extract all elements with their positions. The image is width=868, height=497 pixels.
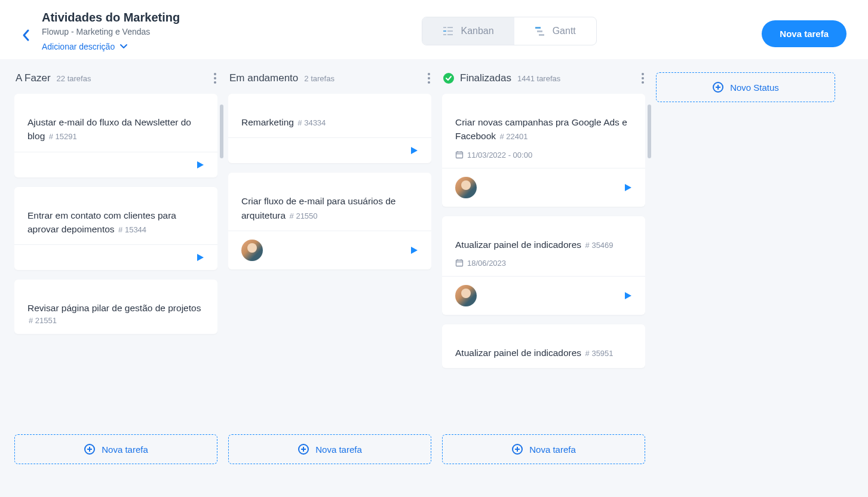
svg-rect-6 [535,27,541,29]
task-card[interactable]: Revisar página pilar de gestão de projet… [14,280,217,334]
svg-point-10 [214,77,216,79]
plus-circle-icon [297,443,309,455]
tab-gantt-label: Gantt [553,26,576,36]
column-menu-button[interactable] [428,73,430,84]
breadcrumb: Flowup - Marketing e Vendas [42,27,257,36]
new-task-button[interactable]: Nova tarefa [762,20,846,47]
svg-rect-7 [537,30,542,32]
svg-point-25 [443,73,454,84]
svg-marker-12 [197,161,204,168]
play-icon [196,161,204,169]
task-date: 18/06/2023 [467,259,506,268]
page-title: Atividades do Marketing [42,11,257,24]
task-card[interactable]: Atualizar painel de indicadores # 35469 … [442,216,645,315]
task-card[interactable]: Atualizar painel de indicadores # 35951 [442,324,645,368]
plus-circle-icon [712,81,724,93]
play-button[interactable] [410,146,418,155]
page-header: Atividades do Marketing Flowup - Marketi… [0,0,868,59]
play-button[interactable] [624,183,632,192]
svg-rect-3 [447,27,453,28]
svg-rect-8 [539,34,544,36]
gantt-icon [535,26,545,36]
task-id: # 15291 [49,132,77,141]
task-title: Atualizar painel de indicadores [455,348,581,358]
play-button[interactable] [410,246,418,254]
svg-point-27 [642,77,644,79]
column-a-fazer: A Fazer 22 tarefas Ajustar e-mail do flu… [14,72,217,464]
task-id: # 35469 [585,241,614,250]
svg-marker-33 [625,184,631,191]
tab-kanban-label: Kanban [461,26,493,36]
play-icon [624,183,632,192]
column-menu-button[interactable] [214,73,216,84]
column-finalizadas: Finalizadas 1441 tarefas Criar novas cam… [442,72,645,464]
play-icon [410,246,418,254]
task-card[interactable]: Entrar em contato com clientes para apro… [14,187,217,271]
task-title: Entrar em contato com clientes para apro… [27,210,176,234]
svg-rect-4 [447,30,453,32]
play-button[interactable] [196,161,204,169]
svg-point-26 [642,73,644,75]
svg-point-17 [428,73,430,75]
calendar-icon [455,259,464,267]
svg-rect-2 [443,34,446,35]
task-id: # 35951 [585,349,614,358]
calendar-icon [455,151,464,159]
svg-rect-1 [443,30,446,32]
kanban-board: A Fazer 22 tarefas Ajustar e-mail do flu… [0,59,868,477]
add-status-button[interactable]: Novo Status [656,72,835,102]
play-icon [410,146,418,155]
task-title: Criar novas campanhas pra Google Ads e F… [455,117,627,141]
task-card[interactable]: Criar fluxo de e-mail para usuários de a… [228,173,431,269]
svg-point-18 [428,77,430,79]
avatar [455,177,477,198]
column-count: 22 tarefas [57,74,91,83]
play-icon [196,253,204,262]
task-id: # 22401 [500,132,528,141]
task-id: # 15344 [118,225,146,234]
add-description-label: Adicionar descrição [42,42,115,51]
tab-kanban[interactable]: Kanban [422,17,514,45]
add-task-label: Nova tarefa [102,444,148,455]
svg-point-28 [642,81,644,84]
add-task-label: Nova tarefa [315,444,362,455]
task-card[interactable]: Criar novas campanhas pra Google Ads e F… [442,94,645,207]
column-title: A Fazer [16,72,51,84]
play-button[interactable] [196,253,204,262]
add-task-button[interactable]: Nova tarefa [442,434,645,464]
svg-point-19 [428,81,430,84]
svg-rect-29 [456,152,463,158]
svg-rect-0 [443,27,446,28]
task-id: # 34334 [297,118,326,127]
plus-circle-icon [511,443,523,455]
add-task-button[interactable]: Nova tarefa [14,434,217,464]
task-title: Remarketing [241,117,294,127]
play-icon [624,292,632,300]
task-id: # 21551 [29,316,57,325]
chevron-left-icon [22,29,30,42]
scrollbar-thumb[interactable] [648,105,651,158]
svg-rect-5 [447,34,453,35]
task-id: # 21550 [290,211,318,220]
task-card[interactable]: Ajustar e-mail do fluxo da Newsletter do… [14,94,217,177]
task-title: Criar fluxo de e-mail para usuários de a… [241,196,395,220]
kanban-icon [443,26,453,36]
avatar [455,285,477,306]
svg-rect-34 [456,260,463,266]
svg-point-9 [214,73,216,75]
task-title: Revisar página pilar de gestão de projet… [27,303,201,313]
task-card[interactable]: Remarketing # 34334 [228,94,431,163]
svg-marker-20 [411,147,418,154]
column-menu-button[interactable] [642,73,644,84]
play-button[interactable] [624,292,632,300]
add-description-link[interactable]: Adicionar descrição [42,42,128,51]
dots-vertical-icon [428,73,430,84]
add-task-button[interactable]: Nova tarefa [228,434,431,464]
scrollbar-thumb[interactable] [220,105,223,158]
svg-marker-38 [625,292,631,299]
chevron-down-icon [119,44,128,50]
back-button[interactable] [22,29,30,42]
dots-vertical-icon [642,73,644,84]
column-count: 1441 tarefas [517,74,560,83]
tab-gantt[interactable]: Gantt [514,17,596,45]
